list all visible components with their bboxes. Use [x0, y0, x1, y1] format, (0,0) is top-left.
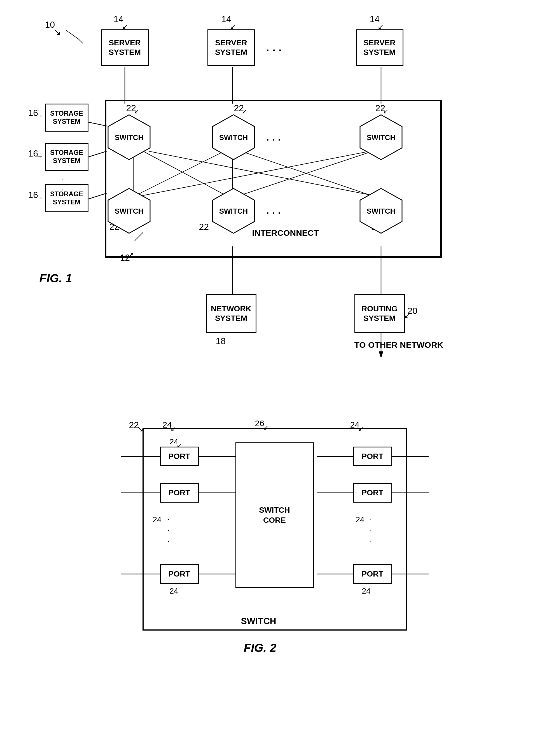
switch-hex-2: SWITCH	[210, 113, 257, 161]
arrow-16-2: →	[36, 152, 43, 161]
server-box-1: SERVERSYSTEM	[101, 29, 149, 66]
interconnect-label: INTERCONNECT	[252, 228, 319, 238]
storage-box-2: STORAGESYSTEM	[45, 143, 88, 171]
svg-text:SWITCH: SWITCH	[219, 207, 248, 215]
svg-text:SWITCH: SWITCH	[366, 207, 395, 215]
arrow-16-1: →	[36, 111, 43, 120]
fig1-label: FIG. 1	[39, 272, 72, 285]
dots-left: ···	[168, 514, 170, 547]
port-box-6: PORT	[353, 564, 392, 584]
svg-text:SWITCH: SWITCH	[366, 133, 395, 142]
server-dots: · · ·	[266, 44, 282, 57]
arrow-10: ↘	[53, 27, 61, 37]
port-box-5: PORT	[353, 483, 392, 503]
ref-18: 18	[216, 336, 226, 346]
dots-right: ···	[369, 514, 371, 547]
arrow-24-2-fig2: ↙	[358, 425, 364, 433]
fig2-diagram: 22 ↘ 24 ↙ 24 ↙ 26 ↙ PORT 24 ↙ PORT ··· 2…	[121, 406, 429, 658]
arrow-24-1-fig2: ↙	[170, 425, 176, 433]
arrow-12: ↗	[128, 251, 134, 259]
ref-24-port6: 24	[362, 587, 371, 596]
ref-24-dots-left: 24	[153, 515, 162, 524]
arrow-24-port1: ↙	[177, 442, 182, 449]
port-box-3: PORT	[160, 564, 199, 584]
switch-hex-1: SWITCH	[105, 113, 153, 161]
storage-box-3: STORAGESYSTEM	[45, 184, 88, 212]
fig2-label: FIG. 2	[244, 641, 277, 655]
server-box-2: SERVERSYSTEM	[207, 29, 255, 66]
bottom-switch-dots: · · ·	[266, 207, 281, 219]
to-other-network: TO OTHER NETWORK	[354, 340, 443, 350]
routing-system-box: ROUTINGSYSTEM	[354, 294, 405, 333]
arrow-22-fig2: ↘	[137, 424, 143, 433]
arrow-20: ↙	[404, 311, 410, 320]
svg-line-0	[66, 30, 79, 39]
network-system-box: NETWORKSYSTEM	[206, 294, 256, 333]
ref-24-port3: 24	[170, 587, 178, 596]
switch-hex-5: SWITCH	[210, 187, 257, 235]
switch-label-fig2: SWITCH	[241, 616, 276, 626]
svg-marker-21	[379, 351, 383, 358]
server-box-3: SERVERSYSTEM	[356, 29, 403, 66]
svg-text:SWITCH: SWITCH	[219, 133, 248, 142]
ref-22-5: 22	[199, 222, 209, 232]
storage-dots: ···	[62, 173, 64, 206]
arrow-16-3: →	[36, 193, 43, 202]
switch-core-box: SWITCHCORE	[235, 442, 314, 588]
top-switch-dots: · · ·	[266, 134, 281, 146]
fig1-diagram: 10 ↘ 14 14 14 ↙ ↙ ↙ SERVERSYSTEM SERVERS…	[23, 11, 527, 389]
port-box-4: PORT	[353, 447, 392, 466]
storage-box-1: STORAGESYSTEM	[45, 104, 88, 132]
ref-24-dots-right: 24	[356, 515, 365, 524]
port-box-2: PORT	[160, 483, 199, 503]
svg-text:SWITCH: SWITCH	[115, 133, 143, 142]
port-box-1: PORT	[160, 447, 199, 466]
svg-line-1	[78, 39, 83, 43]
switch-hex-3: SWITCH	[357, 113, 405, 161]
svg-text:SWITCH: SWITCH	[115, 207, 143, 215]
switch-hex-4: SWITCH	[105, 187, 153, 235]
switch-hex-6: SWITCH	[357, 187, 405, 235]
arrow-26-fig2: ↙	[263, 424, 268, 431]
